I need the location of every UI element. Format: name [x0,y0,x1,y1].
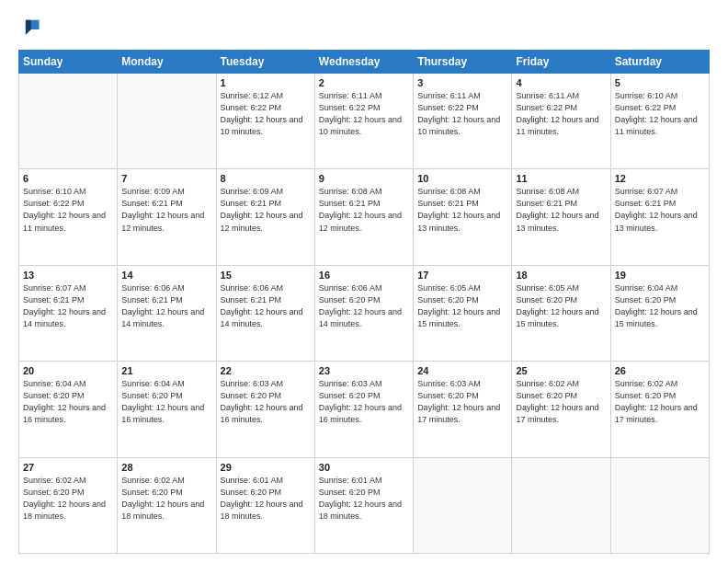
day-detail: Sunrise: 6:03 AM Sunset: 6:20 PM Dayligh… [319,378,409,426]
calendar-table: SundayMondayTuesdayWednesdayThursdayFrid… [18,50,710,554]
day-detail: Sunrise: 6:06 AM Sunset: 6:20 PM Dayligh… [319,282,409,330]
page: SundayMondayTuesdayWednesdayThursdayFrid… [0,0,728,563]
calendar-cell: 9Sunrise: 6:08 AM Sunset: 6:21 PM Daylig… [314,169,413,265]
calendar-cell: 27Sunrise: 6:02 AM Sunset: 6:20 PM Dayli… [19,457,118,553]
day-number: 17 [417,270,507,281]
day-detail: Sunrise: 6:06 AM Sunset: 6:21 PM Dayligh… [121,282,211,330]
logo [18,17,42,40]
day-detail: Sunrise: 6:02 AM Sunset: 6:20 PM Dayligh… [615,378,705,426]
day-detail: Sunrise: 6:01 AM Sunset: 6:20 PM Dayligh… [319,475,409,523]
day-detail: Sunrise: 6:05 AM Sunset: 6:20 PM Dayligh… [516,282,606,330]
day-number: 30 [319,462,409,473]
day-number: 23 [319,365,409,376]
day-number: 2 [319,77,409,88]
day-number: 1 [221,77,311,88]
weekday-header-friday: Friday [512,51,610,74]
calendar-cell: 22Sunrise: 6:03 AM Sunset: 6:20 PM Dayli… [216,362,314,457]
calendar-cell: 12Sunrise: 6:07 AM Sunset: 6:21 PM Dayli… [610,169,709,265]
day-number: 15 [221,270,311,281]
calendar-cell: 14Sunrise: 6:06 AM Sunset: 6:21 PM Dayli… [118,265,216,361]
day-number: 10 [417,173,507,184]
calendar-cell: 25Sunrise: 6:02 AM Sunset: 6:20 PM Dayli… [512,362,610,457]
calendar-cell: 18Sunrise: 6:05 AM Sunset: 6:20 PM Dayli… [512,265,610,361]
calendar-cell: 10Sunrise: 6:08 AM Sunset: 6:21 PM Dayli… [414,169,512,265]
day-detail: Sunrise: 6:09 AM Sunset: 6:21 PM Dayligh… [121,186,211,234]
calendar-cell: 2Sunrise: 6:11 AM Sunset: 6:22 PM Daylig… [314,74,413,169]
day-number: 8 [221,173,311,184]
calendar-cell: 26Sunrise: 6:02 AM Sunset: 6:20 PM Dayli… [610,362,709,457]
weekday-header-thursday: Thursday [414,51,512,74]
day-number: 20 [23,365,113,376]
day-number: 12 [615,173,705,184]
day-number: 27 [23,462,113,473]
weekday-header-tuesday: Tuesday [216,51,314,74]
day-detail: Sunrise: 6:09 AM Sunset: 6:21 PM Dayligh… [221,186,311,234]
day-number: 22 [221,365,311,376]
calendar-cell: 21Sunrise: 6:04 AM Sunset: 6:20 PM Dayli… [118,362,216,457]
day-number: 13 [23,270,113,281]
day-detail: Sunrise: 6:05 AM Sunset: 6:20 PM Dayligh… [417,282,507,330]
calendar-cell: 20Sunrise: 6:04 AM Sunset: 6:20 PM Dayli… [19,362,118,457]
calendar-cell: 23Sunrise: 6:03 AM Sunset: 6:20 PM Dayli… [314,362,413,457]
day-number: 21 [121,365,211,376]
calendar-cell: 11Sunrise: 6:08 AM Sunset: 6:21 PM Dayli… [512,169,610,265]
calendar-cell: 13Sunrise: 6:07 AM Sunset: 6:21 PM Dayli… [19,265,118,361]
svg-marker-1 [26,20,31,35]
day-detail: Sunrise: 6:07 AM Sunset: 6:21 PM Dayligh… [23,282,113,330]
calendar-week-1: 1Sunrise: 6:12 AM Sunset: 6:22 PM Daylig… [19,74,710,169]
weekday-header-monday: Monday [118,51,216,74]
day-detail: Sunrise: 6:02 AM Sunset: 6:20 PM Dayligh… [121,475,211,523]
weekday-header-wednesday: Wednesday [314,51,413,74]
calendar-cell: 17Sunrise: 6:05 AM Sunset: 6:20 PM Dayli… [414,265,512,361]
calendar-cell: 8Sunrise: 6:09 AM Sunset: 6:21 PM Daylig… [216,169,314,265]
calendar-cell: 7Sunrise: 6:09 AM Sunset: 6:21 PM Daylig… [118,169,216,265]
day-detail: Sunrise: 6:02 AM Sunset: 6:20 PM Dayligh… [23,475,113,523]
calendar-cell: 1Sunrise: 6:12 AM Sunset: 6:22 PM Daylig… [216,74,314,169]
day-number: 9 [319,173,409,184]
calendar-week-4: 20Sunrise: 6:04 AM Sunset: 6:20 PM Dayli… [19,362,710,457]
day-detail: Sunrise: 6:11 AM Sunset: 6:22 PM Dayligh… [417,90,507,138]
day-detail: Sunrise: 6:04 AM Sunset: 6:20 PM Dayligh… [23,378,113,426]
calendar-cell: 15Sunrise: 6:06 AM Sunset: 6:21 PM Dayli… [216,265,314,361]
day-number: 6 [23,173,113,184]
calendar-week-3: 13Sunrise: 6:07 AM Sunset: 6:21 PM Dayli… [19,265,710,361]
day-number: 25 [516,365,606,376]
day-detail: Sunrise: 6:10 AM Sunset: 6:22 PM Dayligh… [23,186,113,234]
day-number: 24 [417,365,507,376]
calendar-cell [118,74,216,169]
day-detail: Sunrise: 6:10 AM Sunset: 6:22 PM Dayligh… [615,90,705,138]
day-detail: Sunrise: 6:08 AM Sunset: 6:21 PM Dayligh… [417,186,507,234]
calendar-cell: 5Sunrise: 6:10 AM Sunset: 6:22 PM Daylig… [610,74,709,169]
day-number: 26 [615,365,705,376]
calendar-cell: 30Sunrise: 6:01 AM Sunset: 6:20 PM Dayli… [314,457,413,553]
day-detail: Sunrise: 6:08 AM Sunset: 6:21 PM Dayligh… [319,186,409,234]
calendar-cell: 16Sunrise: 6:06 AM Sunset: 6:20 PM Dayli… [314,265,413,361]
day-detail: Sunrise: 6:03 AM Sunset: 6:20 PM Dayligh… [417,378,507,426]
calendar-cell [512,457,610,553]
day-number: 29 [221,462,311,473]
day-number: 18 [516,270,606,281]
day-number: 5 [615,77,705,88]
calendar-cell: 29Sunrise: 6:01 AM Sunset: 6:20 PM Dayli… [216,457,314,553]
weekday-header-sunday: Sunday [19,51,118,74]
day-detail: Sunrise: 6:11 AM Sunset: 6:22 PM Dayligh… [516,90,606,138]
day-detail: Sunrise: 6:12 AM Sunset: 6:22 PM Dayligh… [221,90,311,138]
day-number: 11 [516,173,606,184]
day-detail: Sunrise: 6:03 AM Sunset: 6:20 PM Dayligh… [221,378,311,426]
day-detail: Sunrise: 6:01 AM Sunset: 6:20 PM Dayligh… [221,475,311,523]
day-detail: Sunrise: 6:04 AM Sunset: 6:20 PM Dayligh… [121,378,211,426]
day-number: 4 [516,77,606,88]
calendar-week-2: 6Sunrise: 6:10 AM Sunset: 6:22 PM Daylig… [19,169,710,265]
day-detail: Sunrise: 6:06 AM Sunset: 6:21 PM Dayligh… [221,282,311,330]
day-detail: Sunrise: 6:07 AM Sunset: 6:21 PM Dayligh… [615,186,705,234]
calendar-cell [610,457,709,553]
calendar-cell: 6Sunrise: 6:10 AM Sunset: 6:22 PM Daylig… [19,169,118,265]
calendar-cell: 24Sunrise: 6:03 AM Sunset: 6:20 PM Dayli… [414,362,512,457]
calendar-cell: 19Sunrise: 6:04 AM Sunset: 6:20 PM Dayli… [610,265,709,361]
calendar-cell: 3Sunrise: 6:11 AM Sunset: 6:22 PM Daylig… [414,74,512,169]
calendar-cell [414,457,512,553]
day-number: 28 [121,462,211,473]
weekday-header-saturday: Saturday [610,51,709,74]
day-number: 14 [121,270,211,281]
logo-icon [20,17,40,37]
